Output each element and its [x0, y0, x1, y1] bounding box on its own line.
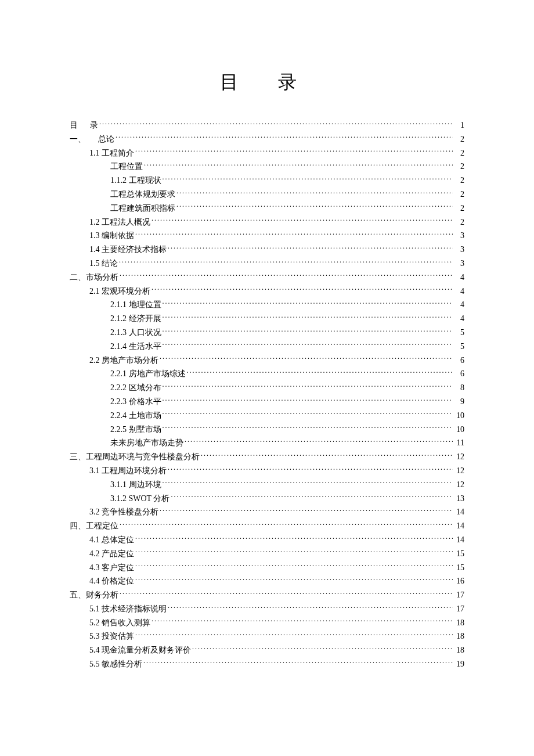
- toc-leader-dots: [143, 658, 453, 667]
- toc-entry: 3.1.2 SWOT 分析13: [70, 492, 464, 506]
- toc-entry-page: 10: [454, 423, 464, 437]
- toc-entry-label: 五、财务分析: [70, 588, 118, 602]
- toc-entry-page: 9: [454, 395, 464, 409]
- toc-entry-label: 3.1 工程周边环境分析: [89, 464, 167, 478]
- toc-entry: 工程总体规划要求2: [70, 188, 464, 201]
- toc-entry-page: 12: [454, 464, 464, 478]
- toc-entry-page: 2: [454, 201, 464, 215]
- toc-entry-label: 工程建筑面积指标: [110, 201, 175, 215]
- toc-entry-label2: 录: [90, 118, 98, 132]
- toc-entry: 2.1.1 地理位置4: [70, 298, 464, 312]
- toc-entry-label: 2.2.4 土地市场: [110, 409, 161, 423]
- toc-entry-label: 1.3 编制依据: [89, 229, 134, 243]
- toc-entry-label: 1.1.2 工程现状: [110, 174, 161, 188]
- toc-entry-page: 18: [454, 643, 464, 657]
- toc-entry-page: 14: [454, 533, 464, 547]
- toc-entry-page: 2: [454, 215, 464, 229]
- toc-entry-page: 4: [454, 312, 464, 326]
- toc-entry: 工程位置2: [70, 160, 464, 174]
- toc-entry: 2.2.1 房地产市场综述6: [70, 367, 464, 381]
- toc-entry-page: 3: [454, 257, 464, 271]
- toc-leader-dots: [163, 410, 453, 418]
- toc-entry: 4.4 价格定位16: [70, 574, 464, 588]
- toc-entry-label: 5.2 销售收入测算: [89, 616, 150, 630]
- toc-entry: 2.1.2 经济开展4: [70, 312, 464, 326]
- toc-leader-dots: [168, 603, 453, 611]
- toc-entry-page: 4: [454, 285, 464, 298]
- toc-entry-page: 3: [454, 229, 464, 243]
- toc-leader-dots: [171, 493, 453, 501]
- toc-entry-page: 16: [454, 574, 464, 588]
- toc-leader-dots: [163, 175, 453, 183]
- toc-entry-label: 4.4 价格定位: [89, 574, 134, 588]
- toc-entry: 4.2 产品定位15: [70, 547, 464, 561]
- toc-entry-label: 工程总体规划要求: [110, 188, 175, 201]
- toc-entry-label: 2.2.3 价格水平: [110, 395, 161, 409]
- toc-leader-dots: [176, 189, 453, 197]
- toc-entry: 1.1 工程简介2: [70, 146, 464, 160]
- toc-entry-page: 18: [454, 616, 464, 630]
- toc-entry-page: 2: [454, 132, 464, 146]
- toc-leader-dots: [163, 313, 453, 321]
- toc-entry: 2.2 房地产市场分析6: [70, 354, 464, 368]
- toc-entry: 4.1 总体定位14: [70, 533, 464, 547]
- toc-entry-label: 1.5 结论: [89, 257, 118, 271]
- toc-leader-dots: [163, 396, 453, 404]
- toc-entry-page: 2: [454, 174, 464, 188]
- table-of-contents: 目录1一、总论21.1 工程简介2工程位置21.1.2 工程现状2工程总体规划要…: [70, 118, 464, 671]
- toc-leader-dots: [163, 327, 453, 335]
- toc-entry-label: 三、工程周边环境与竞争性楼盘分析: [70, 450, 200, 464]
- toc-entry: 1.2 工程法人概况2: [70, 215, 464, 229]
- toc-entry: 三、工程周边环境与竞争性楼盘分析12: [70, 450, 464, 464]
- toc-entry-page: 4: [454, 271, 464, 285]
- toc-entry: 一、总论2: [70, 132, 464, 146]
- toc-leader-dots: [120, 520, 453, 528]
- toc-entry-label: 2.1.4 生活水平: [110, 340, 161, 354]
- toc-entry-label: 未来房地产市场走势: [110, 436, 183, 450]
- toc-entry-label: 一、: [70, 132, 86, 146]
- toc-entry-label: 四、工程定位: [70, 519, 118, 533]
- toc-entry-label: 4.3 客户定位: [89, 561, 134, 575]
- toc-entry-label: 2.1.2 经济开展: [110, 312, 161, 326]
- toc-entry-label: 1.2 工程法人概况: [89, 215, 150, 229]
- toc-leader-dots: [151, 217, 453, 225]
- toc-leader-dots: [120, 272, 453, 280]
- toc-entry-page: 2: [454, 146, 464, 160]
- toc-entry-label: 2.1.1 地理位置: [110, 298, 161, 312]
- toc-entry: 3.1.1 周边环境12: [70, 478, 464, 492]
- toc-leader-dots: [187, 368, 453, 376]
- toc-entry: 2.2.4 土地市场10: [70, 409, 464, 423]
- toc-entry-page: 14: [454, 519, 464, 533]
- toc-entry-page: 17: [454, 588, 464, 602]
- toc-entry-label: 5.3 投资估算: [89, 629, 134, 643]
- toc-leader-dots: [135, 230, 453, 238]
- toc-entry: 5.2 销售收入测算18: [70, 616, 464, 630]
- toc-entry-label: 二、市场分析: [70, 271, 118, 285]
- toc-entry: 1.1.2 工程现状2: [70, 174, 464, 188]
- toc-entry: 1.4 主要经济技术指标3: [70, 243, 464, 257]
- toc-entry: 五、财务分析17: [70, 588, 464, 602]
- toc-leader-dots: [160, 355, 453, 363]
- toc-leader-dots: [163, 341, 453, 349]
- toc-entry-label: 2.1 宏观环境分析: [89, 285, 150, 298]
- toc-leader-dots: [201, 451, 453, 459]
- toc-entry-page: 12: [454, 450, 464, 464]
- toc-entry: 3.2 竞争性楼盘分析14: [70, 505, 464, 519]
- toc-entry-label: 2.2.2 区域分布: [110, 381, 161, 395]
- toc-entry-page: 5: [454, 326, 464, 340]
- toc-entry-label2: 总论: [98, 132, 114, 146]
- toc-entry: 2.1.4 生活水平5: [70, 340, 464, 354]
- toc-entry-label: 2.1.3 人口状况: [110, 326, 161, 340]
- toc-entry-page: 4: [454, 298, 464, 312]
- toc-entry-label: 3.2 竞争性楼盘分析: [89, 505, 158, 519]
- toc-entry-page: 13: [454, 492, 464, 506]
- toc-leader-dots: [163, 299, 453, 307]
- toc-leader-dots: [135, 562, 453, 570]
- toc-entry-label: 2.2.5 别墅市场: [110, 423, 161, 437]
- toc-entry: 5.1 技术经济指标说明17: [70, 602, 464, 616]
- toc-leader-dots: [160, 506, 453, 514]
- toc-leader-dots: [163, 479, 453, 487]
- toc-entry-page: 14: [454, 505, 464, 519]
- toc-entry-label: 1.4 主要经济技术指标: [89, 243, 167, 257]
- toc-entry: 5.4 现金流量分析及财务评价18: [70, 643, 464, 657]
